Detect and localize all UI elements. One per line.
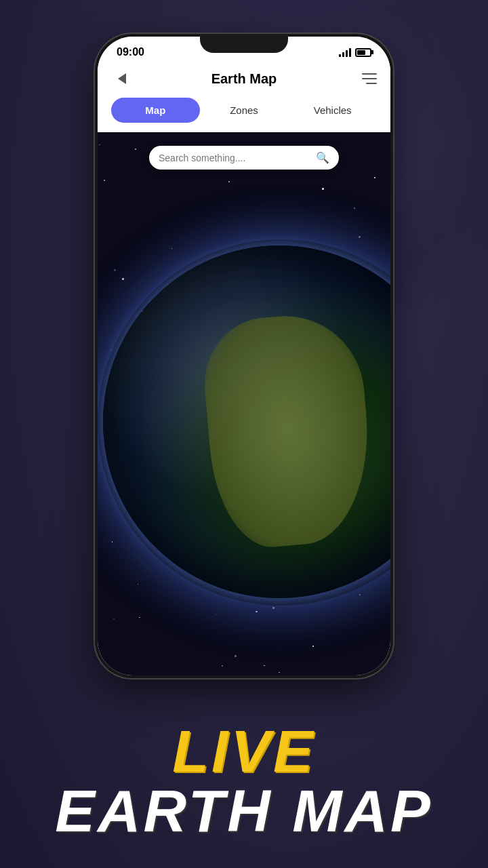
star: [112, 541, 113, 542]
star: [99, 144, 100, 146]
star: [312, 646, 314, 648]
star: [138, 584, 138, 585]
tab-map[interactable]: Map: [111, 98, 200, 123]
star: [104, 180, 105, 181]
star: [253, 184, 253, 184]
star: [113, 618, 115, 620]
star: [110, 349, 111, 350]
star: [322, 188, 324, 190]
star: [272, 607, 274, 609]
signal-icon: [339, 47, 351, 57]
signal-bar-2: [342, 52, 344, 57]
bottom-banner: LIVE EARTH MAP: [0, 722, 488, 841]
back-button[interactable]: [111, 68, 133, 90]
search-icon[interactable]: 🔍: [316, 151, 329, 164]
battery-icon: [355, 48, 371, 57]
status-time: 09:00: [117, 46, 144, 58]
star: [139, 617, 140, 618]
menu-line-2: [362, 78, 377, 79]
star: [171, 248, 172, 249]
menu-line-1: [362, 73, 377, 75]
notch: [200, 37, 288, 53]
search-input[interactable]: [159, 153, 316, 163]
battery-fill: [357, 50, 365, 55]
map-area[interactable]: 🔍: [98, 132, 390, 675]
star: [135, 149, 136, 150]
tabs-bar: Map Zones Vehicles: [98, 98, 390, 132]
earth-map-label: EARTH MAP: [0, 781, 488, 841]
page-title: Earth Map: [211, 71, 277, 87]
star: [222, 665, 223, 667]
star: [359, 236, 361, 238]
star: [216, 614, 217, 615]
phone-frame: 09:00 Earth Map: [95, 34, 393, 678]
menu-button[interactable]: [355, 68, 377, 90]
star: [264, 665, 265, 667]
star: [374, 177, 375, 178]
signal-bar-3: [346, 50, 348, 57]
star: [114, 269, 116, 271]
menu-line-3: [366, 83, 377, 84]
back-chevron-icon: [118, 73, 126, 84]
status-icons: [339, 47, 371, 57]
star: [256, 611, 257, 612]
star: [367, 673, 368, 675]
star: [122, 278, 124, 280]
tab-zones[interactable]: Zones: [200, 98, 289, 123]
app-header: Earth Map: [98, 62, 390, 98]
star: [359, 594, 360, 595]
signal-bar-1: [339, 54, 341, 57]
star: [228, 181, 230, 182]
signal-bar-4: [349, 48, 351, 57]
phone-inner: 09:00 Earth Map: [98, 37, 390, 675]
tab-vehicles[interactable]: Vehicles: [288, 98, 377, 123]
search-bar: 🔍: [149, 146, 339, 170]
star: [354, 208, 355, 209]
live-label: LIVE: [0, 722, 488, 781]
star: [279, 672, 279, 673]
star: [235, 655, 237, 657]
